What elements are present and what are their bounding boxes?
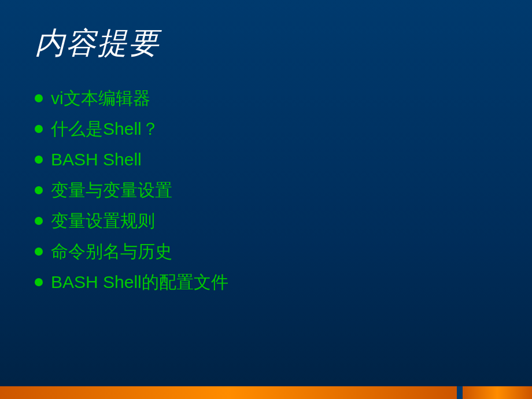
bullet-dot-icon [35,94,43,102]
bullet-text-7: BASH Shell的配置文件 [51,271,228,293]
bullet-dot-icon [35,156,43,164]
list-item: 命令别名与历史 [35,240,497,263]
bar-left [0,386,457,399]
bullet-text-3: BASH Shell [51,148,142,171]
list-item: BASH Shell的配置文件 [35,271,497,293]
bullet-dot-icon [35,217,43,225]
bullet-list: vi文本编辑器什么是Shell？BASH Shell变量与变量设置变量设置规则命… [35,87,497,293]
bottom-decoration [0,386,532,399]
bullet-text-4: 变量与变量设置 [51,179,172,201]
bullet-text-5: 变量设置规则 [51,209,155,232]
slide-title: 内容提要 [35,23,497,64]
bullet-text-1: vi文本编辑器 [51,87,150,109]
bullet-dot-icon [35,278,43,286]
list-item: 变量设置规则 [35,209,497,232]
list-item: vi文本编辑器 [35,87,497,109]
bar-gap [457,386,463,399]
slide-content: vi文本编辑器什么是Shell？BASH Shell变量与变量设置变量设置规则命… [35,81,497,364]
list-item: BASH Shell [35,148,497,171]
bullet-text-2: 什么是Shell？ [51,117,159,140]
list-item: 变量与变量设置 [35,179,497,201]
list-item: 什么是Shell？ [35,117,497,140]
slide: 内容提要 vi文本编辑器什么是Shell？BASH Shell变量与变量设置变量… [0,0,532,399]
bullet-dot-icon [35,247,43,256]
bullet-text-6: 命令别名与历史 [51,240,172,263]
bullet-dot-icon [35,125,43,133]
bar-right [463,386,532,399]
bullet-dot-icon [35,186,43,194]
